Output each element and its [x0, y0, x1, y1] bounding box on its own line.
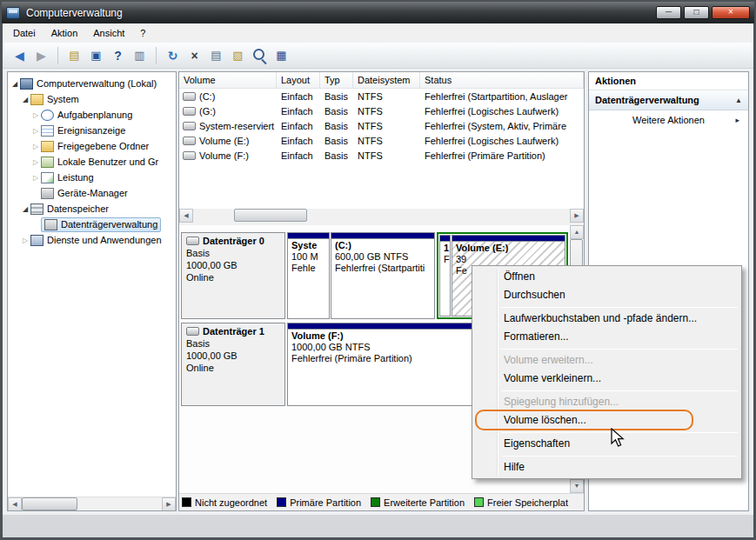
scroll-up-icon[interactable]: ▲ [570, 225, 584, 239]
menu-item-laufwerkbuchstaben[interactable]: Laufwerkbuchstaben und -pfade ändern... [474, 310, 739, 328]
expander-icon[interactable]: ◢ [10, 80, 20, 88]
tree-item-freigegebene-ordner[interactable]: ▷ Freigegebene Ordner [8, 138, 176, 154]
expander-icon[interactable]: ▷ [30, 111, 41, 119]
tree-item-leistung[interactable]: ▷ Leistung [8, 170, 176, 185]
volume-list-horizontal-scrollbar[interactable]: ◀ ▶ [179, 209, 584, 223]
disk-0-label[interactable]: Datenträger 0 Basis 1000,00 GB Online [181, 232, 285, 319]
volume-row[interactable]: (C:) Einfach Basis NTFS Fehlerfrei (Star… [179, 89, 584, 103]
refresh-icon[interactable]: ↻ [163, 46, 183, 65]
tree-item-lokale-benutzer[interactable]: ▷ Lokale Benutzer und Gr [8, 154, 176, 170]
tree-item-geraete-manager[interactable]: Geräte-Manager [8, 185, 176, 201]
actions-section-label: Datenträgerverwaltung [595, 95, 699, 105]
menu-item-volume-verkleinern[interactable]: Volume verkleinern... [474, 370, 739, 388]
legend-item: Erweiterte Partition [371, 497, 465, 508]
legend-item: Nicht zugeordnet [182, 497, 267, 508]
collapse-chevron-icon[interactable]: ▲ [735, 97, 742, 104]
menu-aktion[interactable]: Aktion [43, 25, 86, 41]
tree-item-ereignisanzeige[interactable]: ▷ Ereignisanzeige [8, 123, 176, 138]
scroll-left-icon[interactable]: ◀ [179, 209, 193, 223]
close-button[interactable]: × [712, 6, 750, 19]
scroll-down-icon[interactable]: ▼ [570, 479, 584, 493]
forward-icon[interactable]: ▶ [31, 46, 51, 65]
expander-icon[interactable]: ▷ [20, 237, 30, 244]
menu-item-eigenschaften[interactable]: Eigenschaften [474, 435, 739, 453]
column-header-dateisystem[interactable]: Dateisystem [353, 72, 420, 88]
menu-item-hilfe[interactable]: Hilfe [474, 458, 739, 477]
tree-item-datentraegerverwaltung[interactable]: Datenträgerverwaltung [8, 217, 176, 232]
selected-tree-item[interactable]: Datenträgerverwaltung [41, 217, 161, 232]
column-header-typ[interactable]: Typ [320, 72, 353, 88]
open-folder-icon[interactable]: ▧ [228, 46, 248, 65]
volume-row[interactable]: System-reserviert Einfach Basis NTFS Feh… [179, 118, 584, 133]
expander-icon[interactable]: ◢ [20, 96, 30, 103]
minimize-button[interactable]: ─ [656, 6, 681, 19]
menu-datei[interactable]: Datei [5, 25, 43, 41]
tree-item-dienste-und-anwendungen[interactable]: ▷ Dienste und Anwendungen [8, 232, 176, 248]
menu-item-formatieren[interactable]: Formatieren... [474, 328, 739, 346]
scrollbar-thumb[interactable] [234, 209, 307, 222]
volume-row[interactable]: Volume (F:) Einfach Basis NTFS Fehlerfre… [179, 148, 584, 163]
menu-ansicht[interactable]: Ansicht [85, 25, 132, 41]
scroll-right-icon[interactable]: ▶ [570, 209, 584, 223]
menu-separator [501, 390, 738, 391]
weitere-aktionen-item[interactable]: Weitere Aktionen ▸ [589, 110, 748, 130]
back-icon[interactable]: ◀ [10, 46, 30, 65]
disk-type: Basis [186, 248, 280, 258]
tree-item-aufgabenplanung[interactable]: ▷ Aufgabenplanung [8, 107, 176, 123]
column-header-volume[interactable]: Volume [179, 72, 277, 88]
menu-item-oeffnen[interactable]: Öffnen [474, 268, 739, 286]
drive-icon [183, 122, 196, 130]
menu-item-volume-loeschen[interactable]: Volume löschen... [474, 411, 739, 430]
properties-icon[interactable]: ▤ [206, 46, 226, 65]
toolbar: ◀ ▶ ▤ ▣ ? ▥ ↻ × ▤ ▧ ▦ [3, 43, 753, 69]
partition-g[interactable]: 1 F [439, 235, 451, 317]
volume-row[interactable]: (G:) Einfach Basis NTFS Fehlerfrei (Logi… [179, 103, 584, 118]
script-icon[interactable]: ▦ [271, 46, 291, 65]
tree-item-label: Leistung [57, 172, 94, 183]
menu-item-durchsuchen[interactable]: Durchsuchen [474, 286, 739, 304]
column-header-status[interactable]: Status [420, 72, 584, 88]
primary-partition-color-swatch [277, 497, 286, 507]
volume-filesystem: NTFS [353, 106, 420, 117]
local-users-icon [41, 157, 54, 168]
system-folder-icon [30, 94, 43, 105]
expander-icon[interactable]: ▷ [30, 143, 41, 150]
scroll-right-icon[interactable]: ▶ [162, 497, 176, 511]
expander-icon[interactable]: ▷ [30, 127, 41, 135]
search-icon[interactable] [250, 46, 270, 65]
partition-color-stripe [331, 233, 434, 239]
volume-typ: Basis [320, 150, 353, 161]
expander-icon[interactable]: ◢ [20, 205, 30, 213]
legend-label: Erweiterte Partition [384, 497, 465, 508]
expander-icon[interactable]: ▷ [30, 158, 41, 166]
actions-section-datentraegerverwaltung[interactable]: Datenträgerverwaltung ▲ [589, 90, 748, 110]
maximize-button[interactable]: □ [684, 6, 709, 19]
partition-system-reserviert[interactable]: Syste 100 M Fehle [287, 232, 330, 319]
tree-horizontal-scrollbar[interactable]: ◀ ▶ [8, 497, 176, 510]
scroll-left-icon[interactable]: ◀ [8, 497, 22, 511]
volume-typ: Basis [320, 121, 353, 131]
partition-color-stripe [440, 236, 450, 242]
scrollbar-thumb[interactable] [22, 497, 77, 510]
menu-item-spiegelung-hinzufuegen: Spiegelung hinzufügen... [474, 393, 739, 411]
volume-context-menu: Öffnen Durchsuchen Laufwerkbuchstaben un… [472, 265, 742, 479]
tree-item-system[interactable]: ◢ System [8, 91, 176, 107]
delete-icon[interactable]: × [184, 46, 204, 65]
partition-c[interactable]: (C:) 600,00 GB NTFS Fehlerfrei (Startpar… [331, 232, 435, 319]
tree-item-datenspeicher[interactable]: ◢ Datenspeicher [8, 201, 176, 217]
volume-layout: Einfach [277, 121, 320, 131]
disk-1-label[interactable]: Datenträger 1 Basis 1000,00 GB Online [181, 323, 285, 406]
export-list-icon[interactable]: ▤ [64, 46, 84, 65]
expander-icon[interactable]: ▷ [30, 174, 41, 182]
show-console-tree-icon[interactable]: ▣ [86, 46, 106, 65]
free-space-color-swatch [474, 497, 484, 507]
console-window-icon[interactable]: ▥ [130, 46, 150, 65]
titlebar[interactable]: Computerverwaltung ─ □ × [2, 2, 754, 23]
column-header-layout[interactable]: Layout [277, 72, 320, 88]
volume-row[interactable]: Volume (E:) Einfach Basis NTFS Fehlerfre… [179, 133, 584, 148]
disk-management-icon [44, 219, 57, 230]
tree-item-computerverwaltung[interactable]: ◢ Computerverwaltung (Lokal) [8, 76, 176, 91]
menu-hilfe[interactable]: ? [132, 25, 153, 41]
help-icon[interactable]: ? [108, 46, 128, 65]
volume-status: Fehlerfrei (Logisches Laufwerk) [420, 106, 584, 117]
